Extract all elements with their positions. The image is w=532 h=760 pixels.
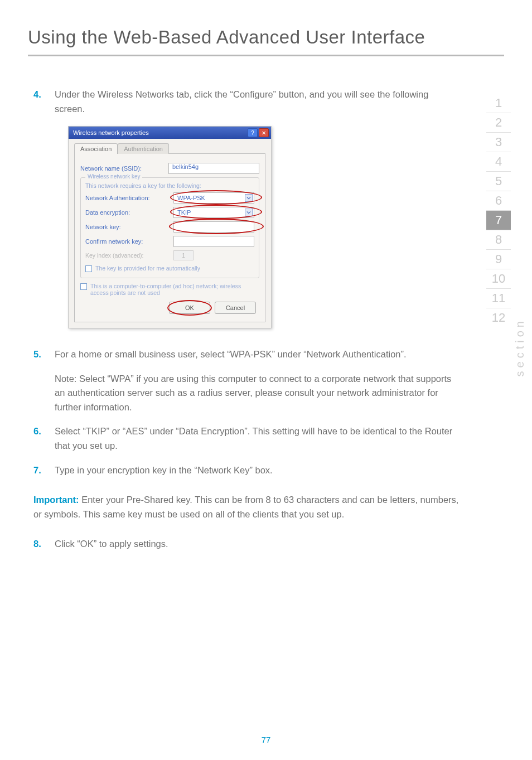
note-label: Note: [55,374,76,384]
title-underline [28,55,504,56]
note-text: Select “WPA” if you are using this compu… [55,374,451,412]
net-key-input[interactable] [173,221,254,233]
wireless-properties-dialog: Wireless network properties ? ✕ Associat… [68,126,272,328]
step-8-text: Click “OK” to apply settings. [55,537,460,551]
step-6: 6. Select “TKIP” or “AES” under “Data En… [33,424,460,453]
nav-item-8[interactable]: 8 [486,230,511,250]
key-index-label: Key index (advanced): [85,252,169,259]
net-key-row: Network key: [85,221,254,233]
adhoc-row: This is a computer-to-computer (ad hoc) … [80,283,259,296]
dialog-body: Association Authentication Network name … [69,139,271,328]
ok-button[interactable]: OK [169,302,210,314]
page-number: 77 [0,735,532,744]
ssid-label: Network name (SSID): [80,165,164,172]
ok-highlight [167,300,212,316]
nav-item-11[interactable]: 11 [486,289,511,308]
nav-item-5[interactable]: 5 [486,172,511,191]
auto-key-label: The key is provided for me automatically [95,265,200,272]
data-enc-row: Data encryption: TKIP [85,207,254,218]
data-enc-label: Data encryption: [85,209,169,216]
nav-item-6[interactable]: 6 [486,191,511,211]
step-6-num: 6. [33,424,55,453]
content: 4. Under the Wireless Networks tab, clic… [0,88,532,551]
step-5: 5. For a home or small business user, se… [33,347,460,362]
nav-item-1[interactable]: 1 [486,94,511,113]
section-label: section [514,318,526,376]
wireless-key-group: Wireless network key This network requir… [80,177,259,278]
tab-authentication[interactable]: Authentication [118,143,169,154]
data-enc-select[interactable]: TKIP [173,207,254,218]
cancel-button[interactable]: Cancel [215,302,256,314]
dialog-buttons: OK Cancel [80,296,259,316]
group-legend: Wireless network key [85,173,142,180]
dialog-title: Wireless network properties [73,129,149,136]
adhoc-label: This is a computer-to-computer (ad hoc) … [90,283,259,296]
nav-item-4[interactable]: 4 [486,152,511,172]
nav-item-12[interactable]: 12 [486,308,511,327]
step-4-num: 4. [33,88,55,116]
step-7: 7. Type in your encryption key in the “N… [33,463,460,478]
step-5-text: For a home or small business user, selec… [55,347,460,362]
data-enc-value: TKIP [177,209,191,216]
ssid-row: Network name (SSID): belkin54g [80,163,259,174]
important-label: Important: [33,495,79,505]
nav-item-7[interactable]: 7 [486,211,511,230]
net-key-label: Network key: [85,224,169,230]
step-5-num: 5. [33,347,55,362]
key-index-row: Key index (advanced): 1 [85,250,254,260]
step-4-text: Under the Wireless Networks tab, click t… [55,88,460,116]
nav-item-10[interactable]: 10 [486,269,511,289]
confirm-key-label: Confirm network key: [85,238,169,245]
nav-item-9[interactable]: 9 [486,250,511,269]
confirm-key-row: Confirm network key: [85,236,254,247]
step-6-text: Select “TKIP” or “AES” under “Data Encry… [55,424,460,453]
dialog-tabs: Association Authentication [74,143,265,154]
step-7-text: Type in your encryption key in the “Netw… [55,463,460,478]
step-4: 4. Under the Wireless Networks tab, clic… [33,88,460,116]
ssid-input[interactable]: belkin54g [168,163,259,174]
close-icon[interactable]: ✕ [259,128,269,137]
step-8-num: 8. [33,537,55,551]
step-8: 8. Click “OK” to apply settings. [33,537,460,551]
important-text: Enter your Pre-Shared key. This can be f… [33,495,458,519]
auto-key-row: The key is provided for me automatically [85,265,254,272]
adhoc-checkbox[interactable] [80,283,87,290]
chevron-down-icon [245,209,253,216]
tab-panel: Network name (SSID): belkin54g Wireless … [74,153,265,322]
net-auth-value: WPA-PSK [177,195,205,201]
tab-association[interactable]: Association [74,143,118,154]
step-7-num: 7. [33,463,55,478]
key-index-stepper: 1 [173,250,194,260]
nav-item-2[interactable]: 2 [486,113,511,133]
nav-item-3[interactable]: 3 [486,133,511,152]
page-title: Using the Web-Based Advanced User Interf… [0,0,532,55]
help-icon[interactable]: ? [248,128,258,137]
auto-key-checkbox [85,265,92,272]
net-auth-row: Network Authentication: WPA-PSK [85,192,254,204]
chevron-down-icon [245,194,253,202]
important-block: Important: Enter your Pre-Shared key. Th… [33,493,460,521]
net-auth-label: Network Authentication: [85,195,169,201]
net-auth-select[interactable]: WPA-PSK [173,192,254,204]
section-nav: 1 2 3 4 5 6 7 8 9 10 11 12 [486,94,511,327]
group-hint: This network requires a key for the foll… [85,182,254,189]
confirm-key-input[interactable] [173,236,254,247]
dialog-titlebar: Wireless network properties ? ✕ [69,127,271,139]
titlebar-buttons: ? ✕ [248,128,269,137]
step-5-note: Note: Select “WPA” if you are using this… [55,372,460,415]
